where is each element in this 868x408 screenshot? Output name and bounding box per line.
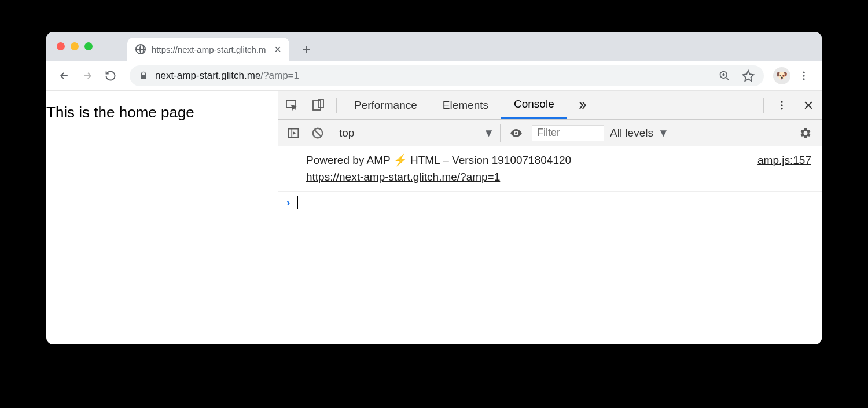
separator: [763, 98, 764, 113]
page-heading: This is the home page: [46, 104, 278, 122]
browser-tab[interactable]: https://next-amp-start.glitch.m ×: [127, 38, 289, 61]
console-sidebar-toggle[interactable]: [284, 120, 303, 146]
console-settings-button[interactable]: [794, 120, 816, 146]
tab-performance[interactable]: Performance: [341, 91, 430, 119]
tab-title: https://next-amp-start.glitch.m: [152, 45, 266, 54]
context-label: top: [339, 127, 354, 139]
console-output: amp.js:157 Powered by AMP ⚡ HTML – Versi…: [278, 146, 822, 344]
svg-point-3: [803, 78, 804, 80]
more-tabs-button[interactable]: [571, 100, 594, 111]
console-log-entry: amp.js:157 Powered by AMP ⚡ HTML – Versi…: [278, 146, 822, 192]
inspect-element-button[interactable]: [278, 91, 305, 119]
svg-point-2: [803, 75, 804, 76]
devtools-menu-button[interactable]: [768, 91, 795, 119]
svg-point-12: [515, 132, 517, 134]
log-url-link[interactable]: https://next-amp-start.glitch.me/?amp=1: [306, 171, 500, 183]
page-body: This is the home page: [46, 91, 278, 344]
new-tab-button[interactable]: +: [289, 38, 323, 61]
clear-console-button[interactable]: [308, 120, 327, 146]
live-expression-button[interactable]: [506, 120, 526, 146]
reload-button[interactable]: [101, 66, 120, 86]
tab-elements[interactable]: Elements: [430, 91, 501, 119]
separator: [336, 98, 337, 113]
svg-point-9: [781, 108, 782, 109]
bookmark-icon[interactable]: [742, 69, 755, 82]
console-toolbar: top ▼ All levels ▼: [278, 120, 822, 146]
maximize-window-button[interactable]: [84, 42, 93, 50]
menu-button[interactable]: [794, 66, 814, 86]
caret-down-icon: ▼: [658, 127, 669, 139]
back-button[interactable]: [54, 66, 74, 86]
close-tab-button[interactable]: ×: [274, 43, 281, 56]
profile-avatar[interactable]: 🐶: [773, 67, 790, 84]
context-selector[interactable]: top ▼: [333, 124, 501, 142]
console-prompt[interactable]: ›: [278, 192, 822, 214]
globe-icon: [135, 44, 146, 54]
log-source-link[interactable]: amp.js:157: [757, 152, 811, 169]
device-toolbar-button[interactable]: [305, 91, 332, 119]
zoom-icon[interactable]: [719, 70, 730, 82]
close-devtools-button[interactable]: [795, 91, 822, 119]
tab-console[interactable]: Console: [501, 91, 567, 119]
toolbar: next-amp-start.glitch.me/?amp=1 🐶: [46, 61, 822, 91]
prompt-caret-icon: ›: [286, 196, 290, 209]
lock-icon: [139, 71, 148, 80]
svg-point-1: [803, 71, 804, 73]
text-cursor: [297, 196, 298, 209]
browser-window: https://next-amp-start.glitch.m × + next…: [46, 32, 822, 344]
log-levels-selector[interactable]: All levels ▼: [610, 127, 669, 139]
filter-input[interactable]: [532, 125, 604, 141]
svg-point-8: [781, 104, 782, 106]
forward-button[interactable]: [78, 66, 97, 86]
tab-bar: https://next-amp-start.glitch.m × +: [46, 32, 822, 61]
close-window-button[interactable]: [57, 42, 65, 50]
devtools-panel: Performance Elements Console: [278, 91, 822, 344]
minimize-window-button[interactable]: [71, 42, 79, 50]
address-bar[interactable]: next-amp-start.glitch.me/?amp=1: [130, 65, 764, 86]
svg-point-7: [781, 101, 782, 102]
log-message: Powered by AMP ⚡ HTML – Version 19100718…: [306, 154, 571, 166]
svg-rect-5: [313, 101, 321, 110]
devtools-tabs: Performance Elements Console: [278, 91, 822, 120]
caret-down-icon: ▼: [483, 127, 494, 139]
window-controls: [57, 32, 127, 61]
levels-label: All levels: [610, 127, 653, 139]
content-area: This is the home page Performance Elemen…: [46, 91, 822, 344]
url-text: next-amp-start.glitch.me/?amp=1: [155, 70, 299, 82]
